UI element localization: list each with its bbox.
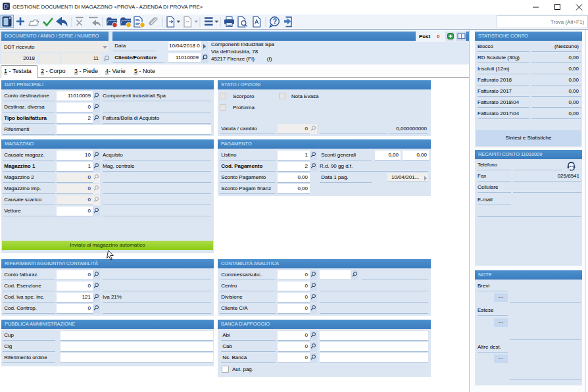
svg-text:?: ? [273,17,277,25]
